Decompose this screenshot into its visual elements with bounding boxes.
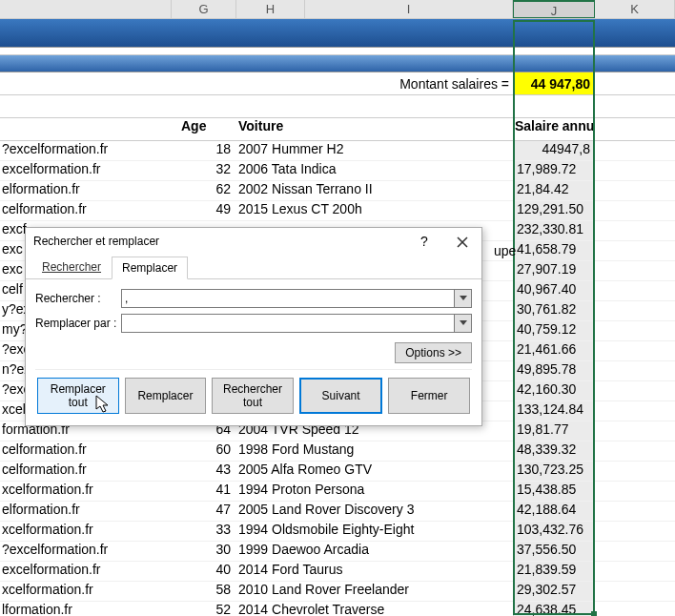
cell-age[interactable]: 58 [172, 582, 236, 601]
cell-k [595, 542, 675, 561]
table-row[interactable]: celformation.fr492015 Lexus CT 200h129,2… [0, 201, 675, 221]
cell-voiture[interactable]: 2007 Hummer H2 [236, 141, 513, 160]
cell-age[interactable]: 60 [172, 441, 236, 461]
col-h[interactable]: H [236, 0, 305, 18]
replace-all-button[interactable]: Remplacer tout [37, 378, 119, 414]
montant-value[interactable]: 44 947,80 [513, 72, 595, 94]
cell-voiture[interactable]: 1998 Ford Mustang [236, 441, 513, 461]
table-row[interactable]: xcelformation.fr411994 Proton Persona15,… [0, 482, 675, 502]
cell-domain[interactable]: excelformation.fr [0, 562, 153, 581]
cell-domain[interactable]: xcelformation.fr [0, 482, 153, 501]
cell-salaire[interactable]: 49,895.78 [513, 361, 595, 380]
col-g[interactable]: G [172, 0, 236, 18]
table-row[interactable]: ?excelformation.fr182007 Hummer H244947,… [0, 141, 675, 161]
cell-age[interactable]: 18 [172, 141, 236, 160]
cell-voiture[interactable]: 2014 Ford Taurus [236, 562, 513, 581]
cell-salaire[interactable]: 42,188.64 [513, 502, 595, 521]
cell-salaire[interactable]: 129,291.50 [513, 201, 595, 220]
cell-domain[interactable]: elformation.fr [0, 502, 153, 521]
find-all-button[interactable]: Rechercher tout [212, 378, 294, 414]
cell-salaire[interactable]: 21,839.59 [513, 562, 595, 581]
col-i[interactable]: I [305, 0, 513, 18]
cell-salaire[interactable]: 19,81.77 [513, 421, 595, 441]
cell-domain[interactable]: ?excelformation.fr [0, 542, 153, 561]
cell-salaire[interactable]: 48,339.32 [513, 441, 595, 461]
cell-voiture[interactable]: 2010 Land Rover Freelander [236, 582, 513, 601]
cell-salaire[interactable]: 15,438.85 [513, 482, 595, 501]
cell-salaire[interactable]: 130,723.25 [513, 462, 595, 481]
cell-voiture[interactable]: 2014 Chevrolet Traverse [236, 602, 513, 616]
cell-domain[interactable]: elformation.fr [0, 181, 153, 200]
cell-voiture[interactable]: 1994 Oldsmobile Eighty-Eight [236, 522, 513, 541]
cell-domain[interactable]: celformation.fr [0, 462, 153, 481]
replace-button[interactable]: Remplacer [125, 378, 207, 414]
col-f[interactable] [0, 0, 172, 18]
col-k[interactable]: K [595, 0, 675, 18]
table-row[interactable]: xcelformation.fr582010 Land Rover Freela… [0, 582, 675, 602]
cell-salaire[interactable]: 21,461.66 [513, 341, 595, 360]
cell-salaire[interactable]: 17,989.72 [513, 161, 595, 180]
table-row[interactable]: ?excelformation.fr301999 Daewoo Arcadia3… [0, 542, 675, 562]
table-row[interactable]: elformation.fr622002 Nissan Terrano II21… [0, 181, 675, 201]
cell-salaire[interactable]: 42,160.30 [513, 381, 595, 400]
replace-dropdown[interactable] [455, 314, 472, 333]
cell-salaire[interactable]: 103,432.76 [513, 522, 595, 541]
table-row[interactable]: excelformation.fr402014 Ford Taurus21,83… [0, 562, 675, 582]
cell-domain[interactable]: excelformation.fr [0, 161, 153, 180]
cell-age[interactable]: 43 [172, 462, 236, 481]
cell-age[interactable]: 30 [172, 542, 236, 561]
table-row[interactable]: excelformation.fr322006 Tata Indica17,98… [0, 161, 675, 181]
cell-voiture[interactable]: 2006 Tata Indica [236, 161, 513, 180]
table-row[interactable]: celformation.fr432005 Alfa Romeo GTV130,… [0, 462, 675, 482]
table-row[interactable]: celformation.fr601998 Ford Mustang48,339… [0, 441, 675, 462]
cell-voiture[interactable]: 2015 Lexus CT 200h [236, 201, 513, 220]
cell-age[interactable]: 49 [172, 201, 236, 220]
cell-domain[interactable]: xcelformation.fr [0, 582, 153, 601]
cell-domain[interactable]: ?excelformation.fr [0, 141, 153, 160]
tab-search[interactable]: Rechercher [31, 256, 112, 278]
cell-salaire[interactable]: 27,907.19 [513, 261, 595, 280]
cell-domain[interactable]: celformation.fr [0, 441, 153, 461]
cell-salaire[interactable]: 21,84.42 [513, 181, 595, 200]
replace-input[interactable] [125, 317, 451, 330]
cell-salaire[interactable]: 24,638.45 [513, 602, 595, 616]
table-row[interactable]: lformation.fr522014 Chevrolet Traverse24… [0, 602, 675, 616]
cell-salaire[interactable]: 40,759.12 [513, 321, 595, 340]
cell-voiture[interactable]: 2005 Alfa Romeo GTV [236, 462, 513, 481]
table-row[interactable]: xcelformation.fr331994 Oldsmobile Eighty… [0, 522, 675, 542]
help-button[interactable]: ? [405, 228, 443, 255]
cell-salaire[interactable]: 41,658.79 [513, 241, 595, 260]
cell-salaire[interactable]: 133,124.84 [513, 401, 595, 421]
cell-salaire[interactable]: 37,556.50 [513, 542, 595, 561]
cell-salaire[interactable]: 30,761.82 [513, 301, 595, 320]
find-dropdown[interactable] [455, 289, 472, 308]
tab-replace[interactable]: Remplacer [112, 257, 188, 279]
cell-salaire[interactable]: 44947,8 [513, 141, 595, 160]
cell-age[interactable]: 47 [172, 502, 236, 521]
cell-domain[interactable]: celformation.fr [0, 201, 153, 220]
cell-salaire[interactable]: 232,330.81 [513, 221, 595, 240]
close-button[interactable]: Fermer [388, 378, 470, 414]
cell-voiture[interactable]: 1999 Daewoo Arcadia [236, 542, 513, 561]
close-icon[interactable] [443, 228, 481, 255]
find-input[interactable] [125, 292, 451, 305]
options-button[interactable]: Options >> [395, 342, 472, 363]
cell-salaire[interactable]: 40,967.40 [513, 281, 595, 300]
dialog-titlebar[interactable]: Rechercher et remplacer ? [26, 228, 481, 255]
cell-domain[interactable]: xcelformation.fr [0, 522, 153, 541]
cell-age[interactable]: 33 [172, 522, 236, 541]
cell-voiture[interactable]: 2002 Nissan Terrano II [236, 181, 513, 200]
table-row[interactable]: elformation.fr472005 Land Rover Discover… [0, 502, 675, 522]
cell-voiture[interactable]: 1994 Proton Persona [236, 482, 513, 501]
cell-age[interactable]: 40 [172, 562, 236, 581]
cell-age[interactable]: 52 [172, 602, 236, 616]
cell-age[interactable]: 62 [172, 181, 236, 200]
cell-salaire[interactable]: 29,302.57 [513, 582, 595, 601]
cell-age[interactable]: 32 [172, 161, 236, 180]
next-button[interactable]: Suivant [299, 378, 383, 414]
cell-voiture[interactable]: 2005 Land Rover Discovery 3 [236, 502, 513, 521]
cell-k [595, 522, 675, 541]
cell-age[interactable]: 41 [172, 482, 236, 501]
col-j-selected[interactable]: J [513, 0, 595, 18]
cell-domain[interactable]: lformation.fr [0, 602, 153, 616]
